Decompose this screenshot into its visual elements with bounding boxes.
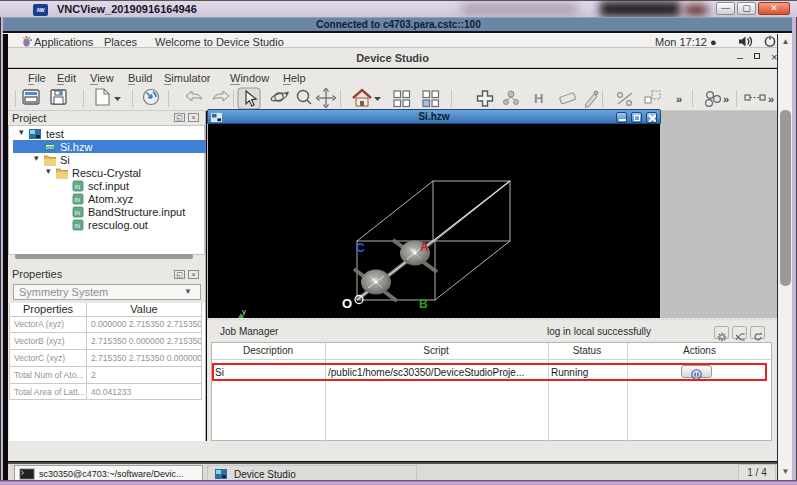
svg-text:O: O [342, 296, 352, 311]
svg-text:»: » [723, 93, 729, 105]
svg-text:A: A [420, 240, 429, 254]
svg-text:y: y [242, 307, 246, 316]
svg-text:IN: IN [75, 209, 81, 215]
svg-text:»: » [768, 93, 774, 105]
svg-text:H: H [534, 91, 543, 106]
svg-text:HZW: HZW [46, 145, 55, 149]
svg-text:IN: IN [75, 196, 81, 202]
svg-text:IN: IN [75, 222, 81, 228]
svg-text:C: C [356, 241, 365, 255]
svg-text:B: B [419, 297, 428, 311]
svg-text:»: » [676, 93, 682, 105]
svg-text:IN: IN [75, 183, 81, 189]
